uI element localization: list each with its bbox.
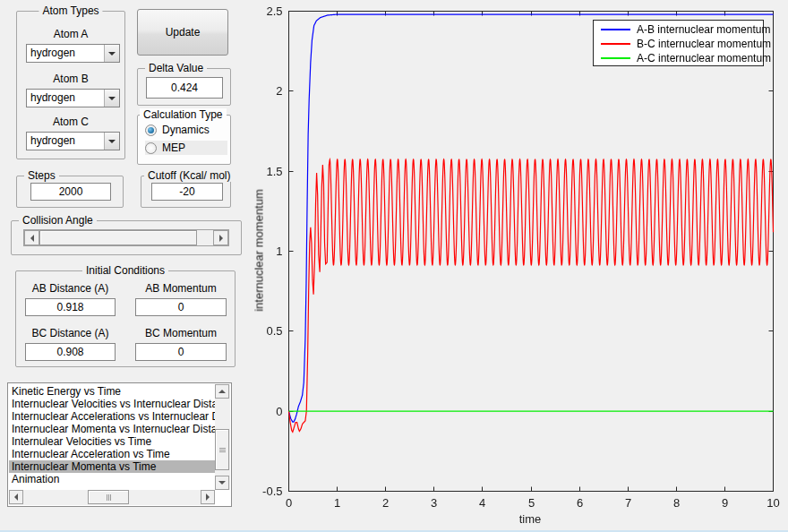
list-item[interactable]: Internuclear Accelerations vs Internucle… bbox=[9, 410, 215, 423]
list-item[interactable]: Kinetic Energy vs Time bbox=[9, 385, 215, 398]
delta-value-group: Delta Value bbox=[137, 68, 231, 106]
steps-group-title: Steps bbox=[24, 169, 59, 182]
arrow-left-icon bbox=[14, 493, 18, 501]
list-item[interactable]: Animation bbox=[9, 473, 215, 485]
update-button-label: Update bbox=[138, 26, 227, 39]
list-item[interactable]: Internuclear Velocities vs Internuclear … bbox=[9, 398, 215, 410]
listbox-vscrollbar[interactable] bbox=[215, 384, 230, 490]
legend-entry: A-C internuclear momentum bbox=[594, 51, 763, 65]
plot-type-listbox[interactable]: Kinetic Energy vs TimeInternuclear Veloc… bbox=[7, 382, 232, 507]
steps-group: Steps bbox=[16, 176, 124, 208]
delta-value-field[interactable] bbox=[146, 77, 223, 99]
atom-b-value: hydrogen bbox=[30, 90, 101, 107]
bc-momentum-field[interactable] bbox=[135, 343, 227, 361]
cutoff-group-title: Cutoff (Kcal/ mol) bbox=[144, 169, 234, 182]
ab-distance-field[interactable] bbox=[25, 298, 116, 316]
grip-icon bbox=[219, 448, 226, 452]
atom-c-dropdown[interactable]: hydrogen bbox=[26, 132, 120, 150]
radio-dynamics-label: Dynamics bbox=[162, 124, 210, 136]
radio-mep[interactable]: MEP bbox=[145, 141, 227, 155]
chevron-down-icon bbox=[108, 97, 116, 100]
scroll-left-button[interactable] bbox=[9, 490, 23, 504]
atom-types-group-title: Atom Types bbox=[39, 4, 102, 17]
slider-left-arrow[interactable] bbox=[24, 230, 39, 245]
slider-right-arrow[interactable] bbox=[213, 230, 228, 245]
collision-angle-group: Collision Angle bbox=[11, 220, 242, 255]
atom-c-label: Atom C bbox=[17, 116, 124, 128]
arrow-down-icon bbox=[218, 481, 226, 485]
legend-label: A-C internuclear momentum bbox=[637, 52, 771, 64]
legend: A-B internuclear momentumB-C internuclea… bbox=[593, 20, 764, 66]
arrow-right-icon bbox=[206, 493, 210, 501]
list-item[interactable]: Internulear Velocities vs Time bbox=[9, 435, 215, 448]
delta-value-group-title: Delta Value bbox=[145, 62, 207, 74]
collision-angle-slider[interactable] bbox=[23, 229, 229, 246]
radio-dynamics[interactable]: Dynamics bbox=[145, 123, 227, 137]
arrow-left-icon bbox=[30, 235, 34, 242]
legend-line-sample bbox=[601, 57, 630, 59]
atom-a-dropdown-button[interactable] bbox=[104, 45, 119, 62]
legend-line-sample bbox=[601, 29, 630, 30]
atom-c-value: hydrogen bbox=[30, 133, 101, 150]
ab-momentum-field[interactable] bbox=[135, 298, 227, 316]
slider-thumb[interactable] bbox=[39, 230, 197, 245]
radio-button-icon[interactable] bbox=[145, 124, 157, 136]
list-item[interactable]: Internuclear Momenta vs Time bbox=[9, 460, 215, 473]
x-axis-label: time bbox=[441, 512, 620, 526]
legend-entry: A-B internuclear momentum bbox=[594, 22, 763, 37]
legend-label: A-B internuclear momentum bbox=[637, 23, 770, 36]
collision-angle-group-title: Collision Angle bbox=[19, 214, 97, 227]
legend-entry: B-C internuclear momentum bbox=[594, 37, 763, 51]
radio-button-icon[interactable] bbox=[145, 142, 157, 154]
listbox-hscrollbar[interactable] bbox=[9, 490, 215, 505]
legend-label: B-C internuclear momentum bbox=[637, 38, 771, 50]
plot-type-list: Kinetic Energy vs TimeInternuclear Veloc… bbox=[9, 385, 215, 490]
atom-a-dropdown[interactable]: hydrogen bbox=[26, 44, 120, 63]
initial-conditions-group-title: Initial Conditions bbox=[82, 264, 168, 277]
cutoff-field[interactable] bbox=[151, 183, 223, 201]
atom-types-group: Atom Types Atom A hydrogen Atom B hydrog… bbox=[16, 11, 125, 159]
calculation-type-group-title: Calculation Type bbox=[140, 108, 227, 121]
list-item[interactable]: Internuclear Momenta vs Internuclear Dis… bbox=[9, 423, 215, 435]
chevron-down-icon bbox=[108, 140, 116, 143]
chart-area: internuclear momentum time A-B internucl… bbox=[242, 0, 788, 532]
steps-field[interactable] bbox=[30, 183, 111, 201]
momentum-vs-time-plot bbox=[242, 0, 788, 532]
atom-a-value: hydrogen bbox=[30, 45, 101, 62]
atom-b-label: Atom B bbox=[17, 73, 124, 85]
hscroll-thumb[interactable] bbox=[88, 490, 129, 504]
radio-mep-label: MEP bbox=[162, 142, 185, 154]
scroll-down-button[interactable] bbox=[215, 476, 229, 490]
cutoff-group: Cutoff (Kcal/ mol) bbox=[141, 176, 231, 208]
bc-momentum-label: BC Momentum bbox=[135, 327, 227, 339]
legend-line-sample bbox=[601, 43, 630, 45]
vscroll-thumb[interactable] bbox=[215, 429, 229, 470]
update-button[interactable]: Update bbox=[137, 9, 228, 56]
bc-distance-label: BC Distance (A) bbox=[25, 327, 116, 339]
scroll-right-button[interactable] bbox=[201, 490, 215, 504]
ab-distance-label: AB Distance (A) bbox=[25, 282, 116, 295]
arrow-right-icon bbox=[219, 235, 223, 242]
calculation-type-group: Calculation Type Dynamics MEP bbox=[137, 115, 231, 165]
atom-c-dropdown-button[interactable] bbox=[104, 133, 119, 150]
atom-a-label: Atom A bbox=[17, 28, 124, 40]
atom-b-dropdown-button[interactable] bbox=[104, 90, 119, 107]
chevron-down-icon bbox=[108, 52, 116, 56]
arrow-up-icon bbox=[218, 390, 226, 393]
ab-momentum-label: AB Momentum bbox=[135, 282, 227, 295]
bc-distance-field[interactable] bbox=[25, 343, 116, 361]
initial-conditions-group: Initial Conditions AB Distance (A) AB Mo… bbox=[15, 270, 236, 367]
list-item[interactable]: Internuclear Acceleration vs Time bbox=[9, 448, 215, 460]
y-axis-label: internuclear momentum bbox=[253, 179, 266, 322]
atom-b-dropdown[interactable]: hydrogen bbox=[26, 89, 120, 107]
scroll-up-button[interactable] bbox=[215, 384, 229, 399]
grip-icon bbox=[107, 494, 111, 501]
